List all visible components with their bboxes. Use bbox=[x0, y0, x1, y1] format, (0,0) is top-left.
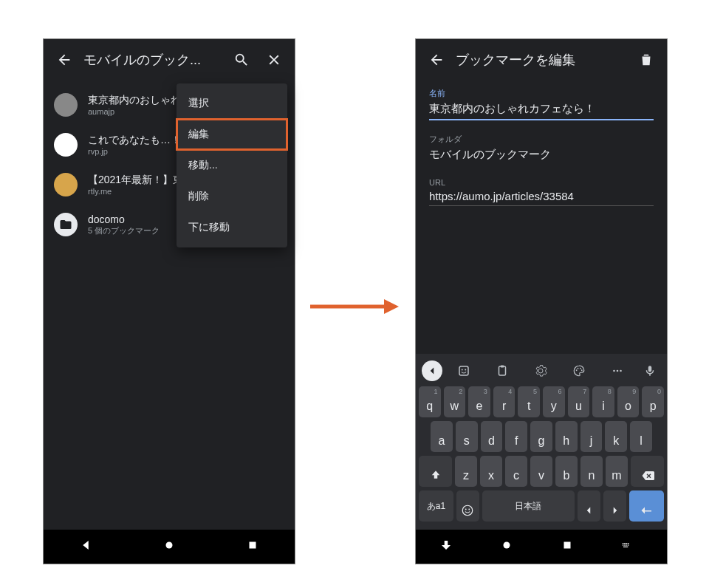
search-icon[interactable] bbox=[228, 47, 255, 73]
svg-point-10 bbox=[578, 368, 579, 369]
key-n[interactable]: n bbox=[580, 456, 603, 487]
key-i[interactable]: i8 bbox=[592, 386, 614, 417]
nav-recent-icon[interactable] bbox=[561, 539, 574, 555]
key-z[interactable]: z bbox=[455, 456, 477, 487]
keyboard-row-3: zxcvbnm bbox=[419, 456, 664, 487]
close-icon[interactable] bbox=[261, 47, 287, 73]
svg-rect-22 bbox=[624, 543, 626, 544]
key-x[interactable]: x bbox=[480, 456, 502, 487]
field-name[interactable]: 名前 東京都内のおしゃれカフェなら！ bbox=[429, 88, 654, 120]
key-d[interactable]: d bbox=[481, 421, 503, 452]
bookmark-subtitle: aumajp bbox=[88, 107, 190, 116]
key-a[interactable]: a bbox=[431, 421, 453, 452]
nav-home-icon[interactable] bbox=[162, 539, 176, 555]
bookmark-text: docomo 5 個のブックマーク bbox=[88, 213, 160, 236]
enter-key[interactable] bbox=[629, 490, 664, 522]
key-m[interactable]: m bbox=[606, 456, 628, 487]
kbd-sticker-icon[interactable] bbox=[447, 360, 481, 382]
nav-back-icon[interactable] bbox=[439, 539, 453, 555]
svg-point-0 bbox=[165, 542, 172, 549]
kbd-palette-icon[interactable] bbox=[562, 360, 596, 382]
folder-value[interactable]: モバイルのブックマーク bbox=[429, 145, 654, 165]
kbd-mic-icon[interactable] bbox=[639, 360, 661, 382]
field-folder[interactable]: フォルダ モバイルのブックマーク bbox=[429, 134, 654, 165]
space-key[interactable]: 日本語 bbox=[482, 490, 575, 522]
name-input[interactable]: 東京都内のおしゃれカフェなら！ bbox=[429, 99, 654, 120]
bookmark-text: これであなたも…！ rvp.jp bbox=[88, 134, 181, 156]
svg-rect-1 bbox=[250, 542, 256, 549]
keyboard-row-1: q1w2e3r4t5y6u7i8o9p0 bbox=[419, 386, 664, 417]
svg-rect-7 bbox=[499, 366, 506, 375]
appbar: モバイルのブック... bbox=[44, 39, 295, 81]
cursor-right-key[interactable] bbox=[603, 490, 626, 522]
back-arrow-icon[interactable] bbox=[51, 47, 78, 73]
nav-recent-icon[interactable] bbox=[246, 539, 259, 555]
menu-item-move[interactable]: 移動... bbox=[177, 150, 287, 181]
key-q[interactable]: q1 bbox=[419, 386, 441, 417]
back-arrow-icon[interactable] bbox=[423, 47, 450, 73]
kbd-clipboard-icon[interactable] bbox=[485, 360, 519, 382]
nav-keyboard-switch-icon[interactable] bbox=[621, 540, 643, 553]
nav-home-icon[interactable] bbox=[500, 539, 513, 555]
menu-item-edit[interactable]: 編集 bbox=[177, 119, 287, 150]
svg-rect-28 bbox=[628, 544, 629, 545]
key-p[interactable]: p0 bbox=[642, 386, 664, 417]
key-j[interactable]: j bbox=[580, 421, 603, 452]
kbd-more-icon[interactable] bbox=[600, 360, 634, 382]
menu-item-move-down[interactable]: 下に移動 bbox=[177, 212, 287, 243]
key-v[interactable]: v bbox=[530, 456, 552, 487]
kbd-collapse-icon[interactable] bbox=[422, 360, 442, 381]
key-b[interactable]: b bbox=[555, 456, 578, 487]
soft-keyboard: q1w2e3r4t5y6u7i8o9p0 asdfghjkl zxcvbnm あ… bbox=[416, 354, 667, 530]
key-k[interactable]: k bbox=[605, 421, 627, 452]
cursor-left-key[interactable] bbox=[578, 490, 600, 522]
svg-rect-23 bbox=[626, 543, 627, 544]
svg-point-13 bbox=[613, 370, 615, 372]
key-o[interactable]: o9 bbox=[617, 386, 640, 417]
edit-form: 名前 東京都内のおしゃれカフェなら！ フォルダ モバイルのブックマーク URL … bbox=[416, 81, 667, 206]
key-r[interactable]: r4 bbox=[493, 386, 516, 417]
field-label: URL bbox=[429, 178, 654, 187]
emoji-key[interactable] bbox=[456, 490, 479, 522]
key-h[interactable]: h bbox=[555, 421, 578, 452]
svg-rect-21 bbox=[623, 543, 624, 544]
favicon-icon bbox=[54, 133, 78, 157]
svg-rect-29 bbox=[623, 547, 628, 547]
appbar: ブックマークを編集 bbox=[416, 39, 667, 81]
svg-rect-8 bbox=[501, 366, 504, 368]
svg-point-18 bbox=[469, 509, 470, 510]
svg-point-14 bbox=[617, 370, 619, 372]
shift-key[interactable] bbox=[419, 456, 452, 487]
svg-point-5 bbox=[462, 369, 463, 371]
key-u[interactable]: u7 bbox=[568, 386, 590, 417]
bookmark-title: これであなたも…！ bbox=[88, 134, 181, 147]
url-input[interactable]: https://aumo.jp/articles/33584 bbox=[429, 187, 654, 206]
menu-item-select[interactable]: 選択 bbox=[177, 88, 287, 119]
svg-point-16 bbox=[463, 505, 473, 516]
key-e[interactable]: e3 bbox=[468, 386, 490, 417]
field-url[interactable]: URL https://aumo.jp/articles/33584 bbox=[429, 178, 654, 206]
trash-icon[interactable] bbox=[633, 47, 660, 73]
backspace-key[interactable] bbox=[631, 456, 664, 487]
menu-item-delete[interactable]: 削除 bbox=[177, 181, 287, 212]
mode-switch-key[interactable]: あa1 bbox=[419, 490, 453, 522]
key-w[interactable]: w2 bbox=[444, 386, 466, 417]
key-y[interactable]: y6 bbox=[543, 386, 565, 417]
keyboard-toolbar bbox=[419, 357, 664, 386]
key-f[interactable]: f bbox=[505, 421, 527, 452]
key-l[interactable]: l bbox=[630, 421, 652, 452]
svg-marker-3 bbox=[384, 299, 399, 314]
key-s[interactable]: s bbox=[456, 421, 478, 452]
svg-rect-27 bbox=[626, 544, 627, 545]
svg-point-19 bbox=[504, 542, 510, 549]
key-t[interactable]: t5 bbox=[518, 386, 540, 417]
key-g[interactable]: g bbox=[530, 421, 552, 452]
nav-back-icon[interactable] bbox=[79, 539, 92, 555]
svg-rect-20 bbox=[564, 542, 571, 549]
svg-point-11 bbox=[580, 368, 581, 369]
kbd-settings-icon[interactable] bbox=[524, 360, 558, 382]
keyboard-row-4: あa1 日本語 bbox=[419, 490, 664, 522]
svg-rect-4 bbox=[459, 366, 468, 375]
bookmark-title: 東京都内のおしゃれ... bbox=[88, 94, 190, 107]
key-c[interactable]: c bbox=[505, 456, 527, 487]
